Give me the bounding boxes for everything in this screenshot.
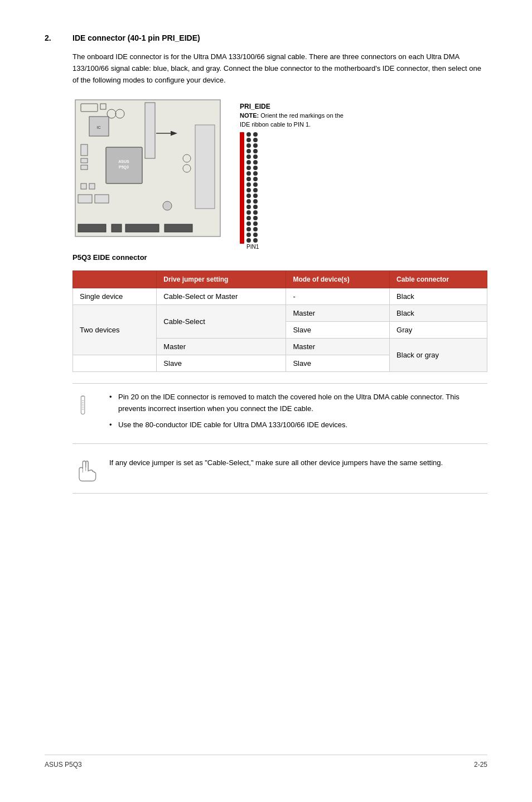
diagram-caption: P5Q3 EIDE connector	[72, 253, 487, 262]
table-cell: Single device	[73, 288, 157, 305]
footer-right: 2-25	[474, 761, 487, 769]
connector-label: PRI_EIDE	[240, 103, 270, 110]
table-cell: Cable-Select	[157, 305, 286, 339]
connector-dot	[246, 166, 251, 170]
section-description: The onboard IDE connector is for the Ult…	[72, 51, 487, 86]
connector-dot	[253, 182, 258, 187]
table-cell: Slave	[157, 355, 286, 372]
connector-dot	[253, 149, 258, 153]
svg-text:IC: IC	[97, 125, 101, 129]
connector-dot	[253, 166, 258, 170]
red-bar	[240, 132, 244, 244]
connector-dot	[253, 221, 258, 226]
connector-dot	[246, 177, 251, 181]
connector-note: NOTE: Orient the red markings on the IDE…	[240, 112, 351, 129]
dots-wrapper: PIN1	[240, 132, 259, 250]
table-header-1: Drive jumper setting	[157, 271, 286, 288]
table-header-2: Mode of device(s)	[286, 271, 390, 288]
connector-dot	[246, 210, 251, 215]
svg-rect-20	[78, 224, 106, 232]
table-cell: Two devices	[73, 305, 157, 355]
connector-dot	[253, 188, 258, 192]
pin1-label: PIN1	[246, 244, 259, 250]
table-cell: Black	[390, 288, 487, 305]
footer: ASUS P5Q3 2-25	[45, 755, 487, 769]
connector-pin-diagram: PRI_EIDE NOTE: Orient the red markings o…	[240, 103, 351, 250]
connector-dot	[253, 171, 258, 176]
svg-point-19	[163, 201, 172, 210]
pencil-icon	[75, 394, 98, 417]
connector-dot	[246, 138, 251, 142]
table-row: Single device Cable-Select or Master - B…	[73, 288, 487, 305]
connector-dot	[246, 227, 251, 231]
table-cell: Cable-Select or Master	[157, 288, 286, 305]
table-header-row: Drive jumper setting Mode of device(s) C…	[73, 271, 487, 288]
svg-rect-12	[81, 158, 88, 163]
dots-grid	[246, 132, 259, 243]
connector-dot	[253, 143, 258, 148]
svg-rect-17	[81, 183, 86, 189]
connector-dot	[246, 199, 251, 204]
caution-icon	[72, 457, 100, 485]
svg-text:P5Q3: P5Q3	[119, 165, 129, 170]
svg-rect-24	[195, 125, 215, 209]
note-item: Use the 80-conductor IDE cable for Ultra…	[109, 419, 487, 431]
table-cell	[73, 355, 157, 372]
connector-table: Drive jumper setting Mode of device(s) C…	[72, 270, 487, 372]
connector-dot	[253, 160, 258, 165]
connector-dot	[253, 210, 258, 215]
svg-rect-7	[145, 103, 155, 158]
svg-rect-22	[125, 224, 159, 232]
caution-content: If any device jumper is set as "Cable-Se…	[109, 457, 487, 469]
connector-dot	[246, 205, 251, 209]
connector-dot	[246, 188, 251, 192]
svg-rect-13	[81, 165, 88, 170]
dots-grid-container: PIN1	[246, 132, 259, 250]
table-body: Single device Cable-Select or Master - B…	[73, 288, 487, 372]
connector-dot	[246, 143, 251, 148]
connector-dot	[253, 194, 258, 198]
table-cell: Gray	[390, 322, 487, 339]
notes-section: Pin 20 on the IDE connector is removed t…	[72, 383, 487, 443]
connector-dot	[253, 233, 258, 237]
table-cell: Master	[157, 339, 286, 355]
page: 2. IDE connector (40-1 pin PRI_EIDE) The…	[0, 0, 532, 802]
note-item: Pin 20 on the IDE connector is removed t…	[109, 392, 487, 415]
connector-dot	[246, 233, 251, 237]
svg-text:ASUS: ASUS	[118, 160, 129, 163]
section-body: The onboard IDE connector is for the Ult…	[72, 51, 487, 505]
connector-dot	[253, 154, 258, 159]
table-cell: Black or gray	[390, 339, 487, 372]
connector-dot	[253, 238, 258, 243]
footer-left: ASUS P5Q3	[45, 761, 82, 769]
section-header: 2. IDE connector (40-1 pin PRI_EIDE)	[45, 33, 487, 42]
svg-rect-18	[89, 183, 95, 189]
connector-dot	[246, 171, 251, 176]
table-cell: -	[286, 288, 390, 305]
table-row: Two devices Cable-Select Master Black	[73, 305, 487, 322]
connector-dot	[253, 132, 258, 137]
connector-dot	[246, 194, 251, 198]
connector-dot	[246, 238, 251, 243]
connector-dot	[253, 205, 258, 209]
connector-dot	[246, 132, 251, 137]
connector-dot	[253, 138, 258, 142]
connector-dot	[246, 154, 251, 159]
svg-rect-23	[165, 224, 192, 232]
section-title: IDE connector (40-1 pin PRI_EIDE)	[72, 33, 200, 42]
board-diagram: IC ASUS P5Q3	[72, 97, 223, 242]
connector-dot	[246, 149, 251, 153]
connector-dot	[253, 199, 258, 204]
table-header-3: Cable connector	[390, 271, 487, 288]
note-icon	[72, 392, 100, 419]
svg-rect-11	[81, 144, 88, 156]
table-cell: Black	[390, 305, 487, 322]
connector-note-bold: NOTE:	[240, 112, 259, 119]
diagram-container: IC ASUS P5Q3	[72, 97, 487, 250]
notes-list: Pin 20 on the IDE connector is removed t…	[109, 392, 487, 431]
connector-dot	[246, 221, 251, 226]
connector-dot	[246, 182, 251, 187]
table-cell: Slave	[286, 322, 390, 339]
table-cell: Master	[286, 305, 390, 322]
connector-dot	[246, 216, 251, 220]
